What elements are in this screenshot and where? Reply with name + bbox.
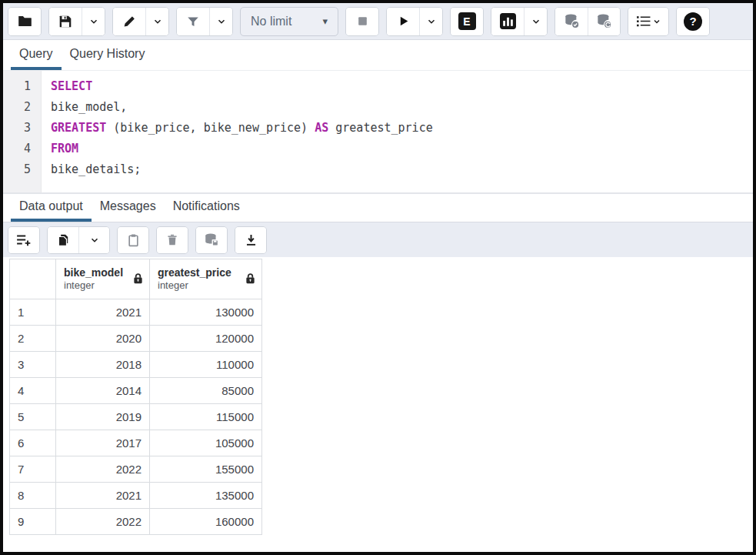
editor-code[interactable]: SELECTbike_model,GREATEST (bike_price, b… [42,71,753,192]
chevron-down-icon [89,235,100,246]
chevron-down-icon [652,17,661,26]
tab-query-label: Query [19,47,53,61]
cell-bike-model[interactable]: 2019 [56,404,150,430]
cell-greatest-price[interactable]: 105000 [150,430,262,456]
code-line[interactable]: FROM [51,139,753,159]
filter-button[interactable] [177,8,209,35]
macro-button[interactable] [628,8,668,35]
explain-analyze-button[interactable] [491,8,524,35]
row-number-cell[interactable]: 2 [10,326,56,352]
row-number-cell[interactable]: 9 [10,509,56,535]
editor-gutter: 12345 [3,71,42,192]
open-file-button[interactable] [8,8,41,35]
column-header-bike-model[interactable]: bike_model integer [56,259,150,299]
chevron-down-icon [152,16,163,27]
cell-greatest-price[interactable]: 110000 [150,352,262,378]
macro-list-icon [636,15,651,27]
play-icon [397,15,410,28]
cancel-query-button[interactable] [346,8,378,35]
cell-greatest-price[interactable]: 130000 [150,299,262,326]
row-number-cell[interactable]: 3 [10,352,56,378]
column-header-greatest-price[interactable]: greatest_price integer [150,259,262,299]
column-header-text: greatest_price integer [158,266,231,293]
row-number-cell[interactable]: 5 [10,404,56,430]
sql-keyword: FROM [51,142,78,155]
grid-corner-cell[interactable] [10,259,56,299]
cell-bike-model[interactable]: 2014 [56,378,150,404]
paste-button[interactable] [118,227,148,253]
save-button[interactable] [49,8,82,35]
save-data-button[interactable] [196,227,227,253]
cell-greatest-price[interactable]: 85000 [150,378,262,404]
delete-row-button[interactable] [157,227,188,253]
add-row-button[interactable] [8,227,39,253]
output-tabbar: Data output Messages Notifications [3,192,753,222]
edit-button[interactable] [113,8,145,35]
table-row: 82021135000 [10,483,262,509]
row-number-cell[interactable]: 6 [10,430,56,456]
macro-group [628,7,669,36]
tab-notifications[interactable]: Notifications [165,194,248,222]
question-icon: ? [684,12,702,31]
edit-options-button[interactable] [145,8,168,35]
table-row: 62017105000 [10,430,262,456]
cell-bike-model[interactable]: 2021 [56,299,150,326]
row-number-cell[interactable]: 4 [10,378,56,404]
column-type: integer [158,279,231,292]
row-limit-select[interactable]: No limit ▾ [240,7,338,36]
clipboard-icon [127,233,140,247]
table-row: 4201485000 [10,378,262,404]
save-group [48,7,105,36]
sql-text: bike_details; [51,162,141,176]
bar-chart-icon [500,13,516,29]
help-button[interactable]: ? [677,8,709,35]
explain-button[interactable]: E [451,8,483,35]
cell-bike-model[interactable]: 2018 [56,352,150,378]
code-line[interactable]: bike_model, [51,97,753,118]
cell-greatest-price[interactable]: 135000 [150,483,262,509]
download-results-button[interactable] [235,227,266,253]
copy-button[interactable] [48,227,78,253]
sql-text: bike_model, [51,100,127,114]
explain-options-button[interactable] [524,8,547,35]
cell-bike-model[interactable]: 2022 [56,456,150,483]
code-line[interactable]: SELECT [51,76,753,97]
cancel-group [345,7,379,36]
code-line[interactable]: bike_details; [51,159,753,180]
save-options-button[interactable] [82,8,105,35]
chevron-down-icon [216,16,227,27]
results-grid: bike_model integer greatest_price intege… [9,259,262,535]
execute-options-button[interactable] [419,8,442,35]
cell-greatest-price[interactable]: 120000 [150,326,262,352]
table-row: 12021130000 [10,299,262,326]
cell-bike-model[interactable]: 2021 [56,483,150,509]
code-line[interactable]: GREATEST (bike_price, bike_new_price) AS… [51,118,753,139]
tab-messages[interactable]: Messages [92,194,165,222]
copy-options-button[interactable] [78,227,109,253]
table-row: 22020120000 [10,326,262,352]
tab-data-output-label: Data output [19,199,83,213]
cell-bike-model[interactable]: 2020 [56,326,150,352]
commit-button[interactable] [555,8,588,35]
row-number-cell[interactable]: 7 [10,456,56,483]
rollback-button[interactable] [588,8,620,35]
edit-group [112,7,169,36]
execute-query-button[interactable] [387,8,419,35]
cell-greatest-price[interactable]: 155000 [150,456,262,483]
line-number: 3 [3,118,41,139]
tab-query[interactable]: Query [11,40,62,70]
line-number: 4 [3,139,41,159]
filter-options-button[interactable] [209,8,232,35]
paste-group [117,226,149,254]
add-row-group [8,226,40,254]
cell-bike-model[interactable]: 2022 [56,509,150,535]
row-number-cell[interactable]: 1 [10,299,56,326]
row-number-cell[interactable]: 8 [10,483,56,509]
tab-data-output[interactable]: Data output [11,194,92,222]
cell-bike-model[interactable]: 2017 [56,430,150,456]
table-row: 52019115000 [10,404,262,430]
cell-greatest-price[interactable]: 115000 [150,404,262,430]
sql-editor[interactable]: 12345 SELECTbike_model,GREATEST (bike_pr… [3,71,753,192]
cell-greatest-price[interactable]: 160000 [150,509,262,535]
tab-query-history[interactable]: Query History [62,40,154,70]
